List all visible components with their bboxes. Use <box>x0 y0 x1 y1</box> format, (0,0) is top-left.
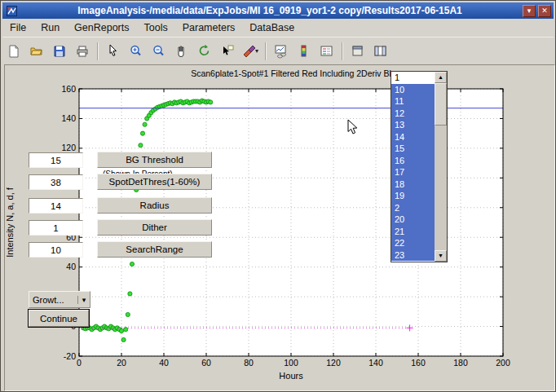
continue-button[interactable]: Continue <box>29 310 89 327</box>
printer-icon <box>75 44 90 59</box>
chevron-down-icon[interactable]: ▾ <box>77 296 90 304</box>
new-figure-button[interactable] <box>3 41 24 62</box>
menu-file[interactable]: File <box>2 20 33 36</box>
dropdown-option[interactable]: 22 <box>391 237 435 249</box>
data-point <box>143 122 147 126</box>
save-floppy-icon <box>52 44 67 59</box>
print-button[interactable] <box>72 41 93 62</box>
y-tick-label: -20 <box>64 351 76 361</box>
zoom-out-button[interactable] <box>148 41 170 62</box>
searchrange-input[interactable] <box>29 242 83 258</box>
rotate-3d-button[interactable] <box>194 41 215 62</box>
menu-database[interactable]: DataBase <box>242 20 302 36</box>
dropdown-option[interactable]: 21 <box>391 226 435 238</box>
dropdown-option[interactable]: 10 <box>391 84 435 96</box>
show-plot-tools-icon <box>373 44 388 59</box>
edit-plot-button[interactable] <box>103 41 124 62</box>
y-tick-label: 160 <box>61 84 76 94</box>
data-cursor-icon <box>220 44 235 59</box>
rotate-icon <box>197 44 212 59</box>
menu-parameters[interactable]: Parameters <box>175 20 243 36</box>
x-tick-label: 40 <box>159 358 169 368</box>
dropdown-option[interactable]: 2 <box>391 202 435 214</box>
x-tick-label: 140 <box>368 358 383 368</box>
dropdown-option[interactable]: 11 <box>391 95 435 108</box>
dropdown-option[interactable]: 14 <box>391 131 435 143</box>
x-tick-label: 160 <box>411 358 426 368</box>
link-plot-button[interactable] <box>271 41 292 62</box>
x-tick-label: 20 <box>117 358 126 368</box>
hide-plot-tools-button[interactable] <box>347 41 368 62</box>
bg-threshold-input[interactable] <box>29 152 83 168</box>
chart-title: Scan6plate1-Spot#1 Filtered Red Includin… <box>191 68 391 78</box>
menu-tools[interactable]: Tools <box>137 20 175 36</box>
y-tick-label: 40 <box>66 262 76 271</box>
menu-genreports[interactable]: GenReports <box>67 20 136 36</box>
link-plot-icon <box>274 44 289 59</box>
searchrange-button[interactable]: SearchRange <box>97 241 212 258</box>
zoom-in-button[interactable] <box>126 41 147 62</box>
dither-button[interactable]: Dither <box>97 219 212 236</box>
x-tick-label: 60 <box>201 358 211 368</box>
dropdown-option[interactable]: 12 <box>391 108 435 120</box>
x-tick-label: 80 <box>244 358 254 368</box>
zoom-out-icon <box>152 44 166 59</box>
app-icon <box>7 6 17 16</box>
scroll-up-icon[interactable]: ▲ <box>435 72 447 83</box>
menu-run[interactable]: Run <box>33 20 67 36</box>
title-bar[interactable]: ImageAnalysis-/media/data/ExpJobs/MI 16_… <box>2 2 554 19</box>
radius-input[interactable] <box>29 198 83 214</box>
brush-dropdown-arrow-icon[interactable]: ▾ <box>255 47 258 55</box>
data-point <box>119 328 123 333</box>
y-axis-label: Intensity N, a, d, f <box>5 187 15 258</box>
growth-mode-label: Growt... <box>29 295 77 305</box>
legend-icon <box>320 44 334 59</box>
bg-threshold-button[interactable]: BG Threshold <box>97 152 212 168</box>
data-point <box>140 131 144 135</box>
brush-data-button[interactable]: ▾ <box>240 41 261 62</box>
shade-window-button[interactable]: ▾ <box>523 5 536 17</box>
dropdown-scrollbar[interactable]: ▲ ▼ <box>435 72 447 262</box>
dither-input[interactable] <box>29 220 83 236</box>
spotdetthres-button[interactable]: SpotDetThres(1-60%) <box>97 174 212 190</box>
pan-hand-icon <box>174 44 189 59</box>
menu-bar: File Run GenReports Tools Parameters Dat… <box>2 19 554 37</box>
hide-plot-tools-icon <box>351 44 365 59</box>
x-tick-label: 200 <box>496 358 510 368</box>
pointer-arrow-icon <box>106 44 121 59</box>
dropdown-option[interactable]: 1 <box>391 72 435 84</box>
data-point <box>130 262 134 266</box>
data-cursor-button[interactable] <box>217 41 238 62</box>
data-point <box>128 292 132 296</box>
dropdown-option[interactable]: 23 <box>391 249 435 262</box>
x-tick-label: 0 <box>77 358 82 368</box>
colorbar-icon <box>297 44 311 59</box>
scrollbar-thumb[interactable] <box>435 83 447 126</box>
dropdown-option[interactable]: 20 <box>391 214 435 226</box>
window-title: ImageAnalysis-/media/data/ExpJobs/MI 16_… <box>17 5 523 16</box>
insert-colorbar-button[interactable] <box>293 41 315 62</box>
insert-legend-button[interactable] <box>316 41 338 62</box>
radius-button[interactable]: Radius <box>97 197 212 214</box>
dropdown-option[interactable]: 16 <box>391 155 435 167</box>
save-button[interactable] <box>49 41 70 62</box>
x-tick-label: 180 <box>453 358 468 368</box>
growth-chart: 020406080100120140160180200-200204060801… <box>5 65 553 389</box>
dropdown-option[interactable]: 15 <box>391 143 435 155</box>
dropdown-option[interactable]: 19 <box>391 190 435 202</box>
growth-mode-select[interactable]: Growt... ▾ <box>29 291 90 308</box>
spotdetthres-input[interactable] <box>29 174 83 190</box>
x-tick-label: 120 <box>326 358 341 368</box>
dropdown-option[interactable]: 13 <box>391 119 435 131</box>
scroll-down-icon[interactable]: ▼ <box>435 250 447 262</box>
data-point <box>124 328 128 332</box>
show-plot-tools-button[interactable] <box>370 41 391 62</box>
open-file-button[interactable] <box>26 41 47 62</box>
zoom-in-icon <box>129 44 143 59</box>
data-point <box>139 143 143 148</box>
pan-button[interactable] <box>171 41 192 62</box>
dropdown-option[interactable]: 18 <box>391 178 435 191</box>
close-window-button[interactable]: ✕ <box>538 5 551 17</box>
dropdown-option[interactable]: 17 <box>391 166 435 178</box>
data-point <box>126 312 130 316</box>
